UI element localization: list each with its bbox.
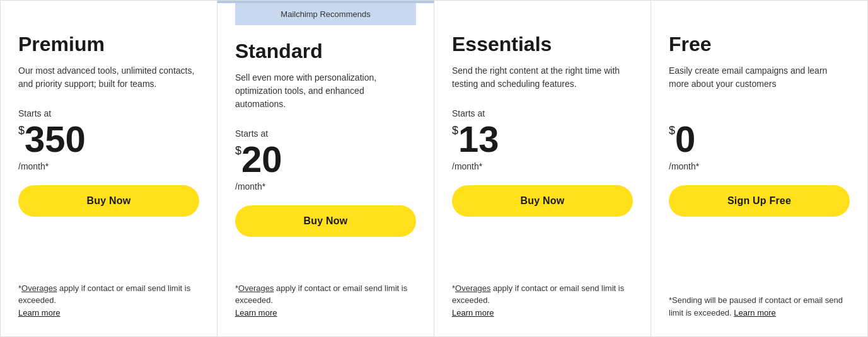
pricing-section-free: $ 0 /month*: [669, 108, 850, 171]
per-month-premium: /month*: [18, 161, 199, 171]
starts-at-essentials: Starts at: [452, 108, 633, 118]
pricing-section-standard: Starts at $ 20 /month*: [235, 129, 416, 191]
learn-more-link-essentials[interactable]: Learn more: [452, 308, 494, 317]
overages-text-standard: Overages: [238, 283, 274, 293]
starts-at-free: [669, 108, 850, 118]
buy-now-button-essentials[interactable]: Buy Now: [452, 185, 633, 217]
currency-standard: $: [235, 145, 241, 156]
price-amount-premium: 350: [25, 121, 86, 157]
price-amount-essentials: 13: [458, 121, 499, 157]
pricing-section-premium: Starts at $ 350 /month*: [18, 108, 199, 171]
plan-description-standard: Sell even more with personalization, opt…: [235, 71, 416, 111]
learn-more-link-standard[interactable]: Learn more: [235, 308, 277, 317]
overages-text-premium: Overages: [21, 283, 57, 293]
per-month-essentials: /month*: [452, 161, 633, 171]
price-row-free: $ 0: [669, 121, 850, 157]
plan-description-free: Easily create email campaigns and learn …: [669, 64, 850, 91]
sign-up-free-button[interactable]: Sign Up Free: [669, 185, 850, 217]
price-row-premium: $ 350: [18, 121, 199, 157]
price-row-standard: $ 20: [235, 141, 416, 178]
currency-premium: $: [18, 125, 25, 136]
price-amount-free: 0: [675, 121, 695, 157]
currency-free: $: [669, 125, 675, 136]
per-month-free: /month*: [669, 161, 850, 171]
plan-card-free: Free Easily create email campaigns and l…: [651, 1, 867, 336]
pricing-table: Premium Our most advanced tools, unlimit…: [0, 0, 868, 337]
learn-more-link-free[interactable]: Learn more: [734, 308, 775, 317]
plan-name-free: Free: [669, 33, 850, 55]
footnote-free: *Sending will be paused if contact or em…: [669, 294, 850, 319]
footnote-standard: *Overages apply if contact or email send…: [235, 282, 416, 319]
plan-card-standard: Mailchimp Recommends Standard Sell even …: [217, 1, 434, 336]
price-amount-standard: 20: [241, 141, 282, 178]
footnote-essentials: *Overages apply if contact or email send…: [452, 282, 633, 319]
recommended-badge: Mailchimp Recommends: [235, 3, 416, 25]
footnote-premium: *Overages apply if contact or email send…: [18, 282, 199, 319]
per-month-standard: /month*: [235, 181, 416, 191]
buy-now-button-standard[interactable]: Buy Now: [235, 205, 416, 237]
pricing-section-essentials: Starts at $ 13 /month*: [452, 108, 633, 171]
plan-card-premium: Premium Our most advanced tools, unlimit…: [1, 1, 217, 336]
starts-at-premium: Starts at: [18, 108, 199, 118]
plan-card-essentials: Essentials Send the right content at the…: [434, 1, 651, 336]
price-row-essentials: $ 13: [452, 121, 633, 157]
plan-description-essentials: Send the right content at the right time…: [452, 64, 633, 91]
plan-description-premium: Our most advanced tools, unlimited conta…: [18, 64, 199, 91]
currency-essentials: $: [452, 125, 458, 136]
starts-at-standard: Starts at: [235, 129, 416, 139]
learn-more-link-premium[interactable]: Learn more: [18, 308, 60, 317]
plan-name-premium: Premium: [18, 33, 199, 55]
buy-now-button-premium[interactable]: Buy Now: [18, 185, 199, 217]
overages-text-essentials: Overages: [455, 283, 490, 293]
plan-name-standard: Standard: [235, 40, 416, 62]
plan-name-essentials: Essentials: [452, 33, 633, 55]
